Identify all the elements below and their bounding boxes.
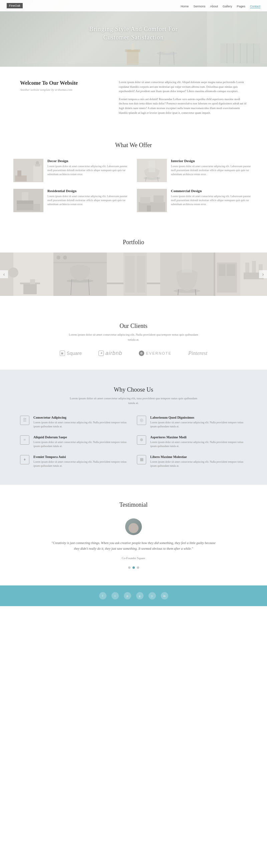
client-evernote: ✿ EVERNOTE — [139, 350, 172, 356]
svg-rect-26 — [149, 160, 155, 172]
why-desc-5: Lorem ipsum dolor sit amet consectetur a… — [150, 460, 247, 468]
svg-point-47 — [56, 255, 60, 259]
why-title-4: Eveniet Tempora Auisi — [33, 455, 130, 459]
svg-rect-62 — [182, 252, 192, 273]
welcome-para2: Eveniet tempora a mix aut dolstid! Rescu… — [119, 97, 247, 115]
welcome-section: Welcome To Our Website Another website t… — [0, 67, 267, 132]
portfolio-next-button[interactable]: › — [259, 270, 267, 278]
clients-text: Lorem ipsum dolor sit amet consectetur a… — [67, 332, 200, 342]
portfolio-images — [0, 252, 267, 296]
why-section: Why Choose Us Lorem ipsum dolor sit amet… — [0, 370, 267, 485]
square-icon: ▣ — [60, 350, 65, 356]
why-title-2: Aliquid Dolorum Saepe — [33, 435, 130, 439]
why-desc-0: Lorem ipsum dolor sit amet consectetur a… — [33, 421, 130, 429]
offer-title-2: Residential Design — [48, 189, 130, 193]
svg-rect-30 — [33, 204, 40, 211]
testimonial-dot-1[interactable] — [132, 566, 135, 569]
offer-desc-3: Lorem ipsum dolor sit amet consectetur a… — [171, 194, 254, 207]
testimonial-heading: Testimonial — [20, 501, 247, 508]
offer-grid: Decor Design Lorem ipsum dolor sit amet … — [13, 159, 254, 212]
why-grid: ☰ Consectetur Adipiscing Lorem ipsum dol… — [20, 416, 247, 468]
why-item-4: ♦ Eveniet Tempora Auisi Lorem ipsum dolo… — [20, 455, 130, 468]
why-icon-1: ◎ — [137, 416, 146, 425]
svg-rect-19 — [33, 165, 42, 182]
why-title-3: Asperiores Maxime Modi — [150, 435, 247, 439]
offer-section: What We Offer Decor Design Lorem ipsum d… — [0, 132, 267, 225]
svg-rect-65 — [214, 252, 215, 296]
footer-pinterest-icon[interactable]: p — [124, 592, 131, 599]
why-heading: Why Choose Us — [20, 386, 247, 393]
testimonial-avatar — [125, 518, 142, 535]
why-title-1: Laboriosum Quod Dignissimos — [150, 416, 247, 419]
testimonial-author: Co-Founder Square — [20, 556, 247, 560]
footer-linkedin-icon[interactable]: in — [161, 592, 168, 599]
footer-youtube-icon[interactable]: y — [149, 592, 156, 599]
svg-rect-31 — [22, 192, 28, 200]
svg-rect-56 — [107, 283, 123, 284]
svg-rect-33 — [139, 202, 165, 212]
offer-text-1: Interior Design Lorem ipsum dolor sit am… — [171, 159, 254, 182]
navbar-links: Home Sermons About Gallery Pages Contact — [181, 3, 260, 9]
svg-rect-68 — [227, 264, 235, 276]
why-text: Lorem ipsum dolor sit amet consectetur a… — [67, 396, 200, 406]
testimonial-dot-2[interactable] — [137, 566, 139, 569]
portfolio-img-4 — [160, 252, 214, 296]
portfolio-prev-button[interactable]: ‹ — [0, 270, 8, 278]
portfolio-heading: Portfolio — [0, 239, 267, 246]
testimonial-section: Testimonial "Creativity is just connecti… — [0, 485, 267, 585]
why-desc-3: Lorem ipsum dolor sit amet consectetur a… — [150, 440, 247, 448]
footer-googleplus-icon[interactable]: g — [136, 592, 144, 599]
welcome-heading: Welcome To Our Website — [20, 80, 106, 86]
svg-rect-29 — [17, 200, 33, 204]
svg-point-21 — [36, 161, 39, 164]
testimonial-dot-0[interactable] — [128, 566, 130, 569]
why-item-2: ≡ Aliquid Dolorum Saepe Lorem ipsum dolo… — [20, 435, 130, 448]
why-icon-5: ▦ — [137, 455, 146, 464]
navbar: FineOak Home Sermons About Gallery Pages… — [0, 0, 267, 11]
welcome-subheading: Another website template by st-thomas.co… — [20, 88, 106, 91]
nav-sermons[interactable]: Sermons — [193, 5, 205, 8]
offer-item-1: Interior Design Lorem ipsum dolor sit am… — [137, 159, 254, 182]
offer-title-3: Commercial Design — [171, 189, 254, 193]
nav-about[interactable]: About — [210, 5, 218, 8]
why-desc-4: Lorem ipsum dolor sit amet consectetur a… — [33, 460, 130, 468]
offer-item-2: Residential Design Lorem ipsum dolor sit… — [13, 189, 130, 212]
footer-twitter-icon[interactable]: t — [112, 592, 119, 599]
hero-title: Bringing Style And Comfort For Customer … — [89, 25, 178, 42]
why-title-5: Libero Maxime Molestiae — [150, 455, 247, 459]
offer-title-0: Decor Design — [48, 159, 130, 163]
footer-facebook-icon[interactable]: f — [99, 592, 107, 599]
svg-point-48 — [63, 255, 67, 259]
offer-title-1: Interior Design — [171, 159, 254, 163]
why-text-3: Asperiores Maxime Modi Lorem ipsum dolor… — [150, 435, 247, 448]
portfolio-img-2 — [53, 252, 107, 296]
offer-text-3: Commercial Design Lorem ipsum dolor sit … — [171, 189, 254, 212]
nav-home[interactable]: Home — [181, 5, 188, 8]
airbnb-icon: ✦ — [98, 350, 104, 356]
welcome-left: Welcome To Our Website Another website t… — [20, 80, 106, 118]
nav-gallery[interactable]: Gallery — [222, 5, 232, 8]
why-item-3: ⊕ Asperiores Maxime Modi Lorem ipsum dol… — [137, 435, 247, 448]
navbar-logo[interactable]: FineOak — [7, 3, 23, 8]
offer-desc-2: Lorem ipsum dolor sit amet consectetur a… — [48, 194, 130, 207]
why-desc-2: Lorem ipsum dolor sit amet consectetur a… — [33, 440, 130, 448]
why-text-0: Consectetur Adipiscing Lorem ipsum dolor… — [33, 416, 130, 429]
nav-pages[interactable]: Pages — [237, 5, 245, 8]
why-icon-3: ⊕ — [137, 435, 146, 445]
footer: f t p g y in — [0, 585, 267, 606]
svg-rect-18 — [17, 170, 21, 177]
why-text-2: Aliquid Dolorum Saepe Lorem ipsum dolor … — [33, 435, 130, 448]
welcome-right: Lorem ipsum dolor sit amet consectetur a… — [119, 80, 247, 118]
why-icon-4: ♦ — [20, 455, 29, 464]
offer-text-0: Decor Design Lorem ipsum dolor sit amet … — [48, 159, 130, 182]
portfolio-slider: ‹ — [0, 252, 267, 296]
offer-desc-0: Lorem ipsum dolor sit amet consectetur a… — [48, 164, 130, 177]
why-item-0: ☰ Consectetur Adipiscing Lorem ipsum dol… — [20, 416, 130, 429]
testimonial-quote: "Creativity is just connecting things. W… — [50, 540, 217, 551]
clients-heading: Our Clients — [20, 322, 247, 330]
svg-rect-43 — [30, 279, 35, 284]
offer-image-residential — [13, 189, 43, 212]
client-square: ▣ Square — [60, 350, 82, 356]
portfolio-img-1 — [0, 252, 53, 296]
nav-contact[interactable]: Contact — [250, 5, 260, 8]
